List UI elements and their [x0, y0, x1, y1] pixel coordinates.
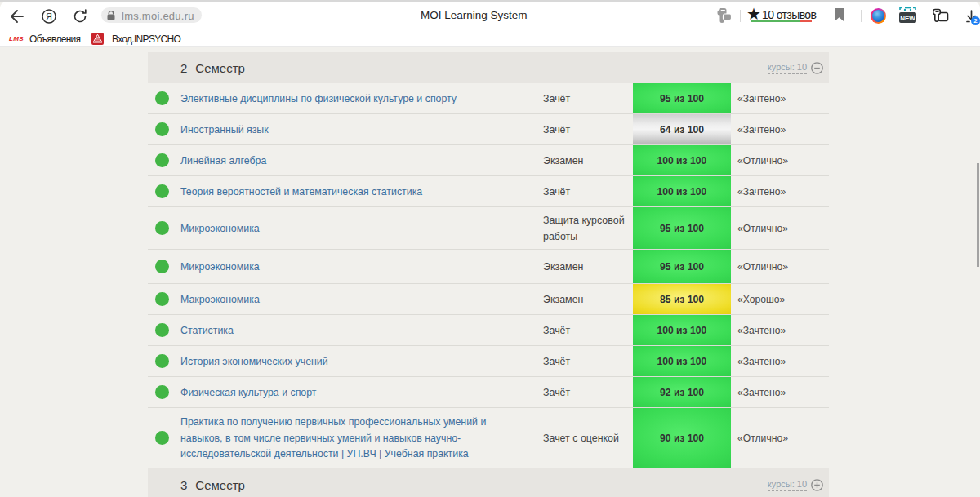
svg-text:NEW: NEW — [900, 15, 915, 22]
svg-text:Я: Я — [46, 11, 52, 21]
